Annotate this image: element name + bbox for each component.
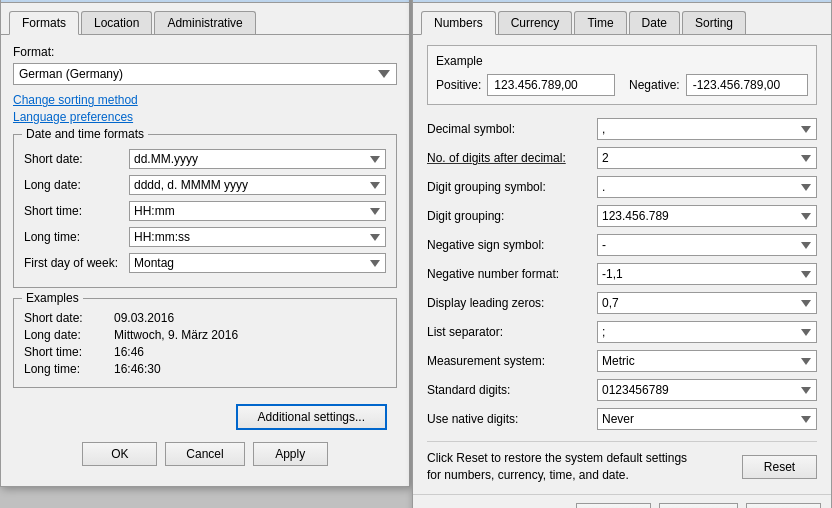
- short-date-row: Short date: dd.MM.yyyy: [24, 149, 386, 169]
- settings-row-10: Use native digits:Never: [427, 407, 817, 431]
- language-preferences-link[interactable]: Language preferences: [13, 110, 397, 124]
- long-time-dropdown[interactable]: HH:mm:ss: [129, 227, 386, 247]
- tab-formats[interactable]: Formats: [9, 11, 79, 35]
- customize-tab-content: Example Positive: 123.456.789,00 Negativ…: [413, 34, 831, 494]
- left-ok-button[interactable]: OK: [82, 442, 157, 466]
- settings-dropdown-9[interactable]: 0123456789: [597, 379, 817, 401]
- settings-row-1: No. of digits after decimal:2: [427, 146, 817, 170]
- short-time-dropdown[interactable]: HH:mm: [129, 201, 386, 221]
- settings-row-9: Standard digits:0123456789: [427, 378, 817, 402]
- settings-row-7: List separator:;: [427, 320, 817, 344]
- region-window: 🌐 Region ✕ Formats Location Administrati…: [0, 0, 410, 487]
- tab-administrative[interactable]: Administrative: [154, 11, 255, 34]
- additional-settings-button[interactable]: Additional settings...: [236, 404, 387, 430]
- settings-row-6: Display leading zeros:0,7: [427, 291, 817, 315]
- ex-short-time: Short time: 16:46: [24, 345, 386, 359]
- format-dropdown[interactable]: German (Germany): [13, 63, 397, 85]
- tab-time[interactable]: Time: [574, 11, 626, 34]
- short-time-row: Short time: HH:mm: [24, 201, 386, 221]
- settings-row-5: Negative number format:-1,1: [427, 262, 817, 286]
- datetime-group: Date and time formats Short date: dd.MM.…: [13, 134, 397, 288]
- examples-title: Examples: [22, 291, 83, 305]
- settings-dropdown-8[interactable]: Metric: [597, 350, 817, 372]
- settings-dropdown-2[interactable]: .: [597, 176, 817, 198]
- settings-row-8: Measurement system:Metric: [427, 349, 817, 373]
- settings-dropdown-10[interactable]: Never: [597, 408, 817, 430]
- settings-label-9: Standard digits:: [427, 383, 597, 397]
- tab-currency[interactable]: Currency: [498, 11, 573, 34]
- long-date-row: Long date: dddd, d. MMMM yyyy: [24, 175, 386, 195]
- ex-short-date-value: 09.03.2016: [114, 311, 174, 325]
- positive-label: Positive:: [436, 78, 481, 92]
- settings-dropdown-0[interactable]: ,: [597, 118, 817, 140]
- settings-label-0: Decimal symbol:: [427, 122, 597, 136]
- left-bottom-buttons: Additional settings...: [13, 396, 397, 438]
- tab-date[interactable]: Date: [629, 11, 680, 34]
- settings-dropdown-5[interactable]: -1,1: [597, 263, 817, 285]
- long-time-label: Long time:: [24, 230, 129, 244]
- ex-short-time-label: Short time:: [24, 345, 114, 359]
- settings-label-7: List separator:: [427, 325, 597, 339]
- settings-label-3: Digit grouping:: [427, 209, 597, 223]
- reset-button[interactable]: Reset: [742, 455, 817, 479]
- settings-row-3: Digit grouping:123.456.789: [427, 204, 817, 228]
- settings-dropdown-6[interactable]: 0,7: [597, 292, 817, 314]
- settings-dropdown-7[interactable]: ;: [597, 321, 817, 343]
- negative-value: -123.456.789,00: [686, 74, 808, 96]
- ex-long-time-value: 16:46:30: [114, 362, 161, 376]
- right-bottom-buttons: OK Cancel Apply: [413, 494, 831, 508]
- tab-location[interactable]: Location: [81, 11, 152, 34]
- region-tab-bar: Formats Location Administrative: [1, 3, 409, 34]
- settings-row-0: Decimal symbol:,: [427, 117, 817, 141]
- example-inner-row: Positive: 123.456.789,00 Negative: -123.…: [436, 74, 808, 96]
- long-time-row: Long time: HH:mm:ss: [24, 227, 386, 247]
- short-date-label: Short date:: [24, 152, 129, 166]
- ex-short-time-value: 16:46: [114, 345, 144, 359]
- settings-row-4: Negative sign symbol:-: [427, 233, 817, 257]
- settings-label-10: Use native digits:: [427, 412, 597, 426]
- footer-text: Click Reset to restore the system defaul…: [427, 450, 697, 484]
- ex-long-date-value: Mittwoch, 9. März 2016: [114, 328, 238, 342]
- ex-long-time: Long time: 16:46:30: [24, 362, 386, 376]
- customize-tab-bar: Numbers Currency Time Date Sorting: [413, 3, 831, 34]
- negative-label: Negative:: [629, 78, 680, 92]
- ex-long-date-label: Long date:: [24, 328, 114, 342]
- settings-label-8: Measurement system:: [427, 354, 597, 368]
- first-day-label: First day of week:: [24, 256, 129, 270]
- format-label: Format:: [13, 45, 397, 59]
- ex-short-date: Short date: 09.03.2016: [24, 311, 386, 325]
- settings-rows: Decimal symbol:,No. of digits after deci…: [427, 117, 817, 431]
- settings-label-2: Digit grouping symbol:: [427, 180, 597, 194]
- settings-dropdown-4[interactable]: -: [597, 234, 817, 256]
- left-apply-button[interactable]: Apply: [253, 442, 328, 466]
- change-sorting-link[interactable]: Change sorting method: [13, 93, 397, 107]
- customize-format-window: 🌐 Customize Format ✕ Numbers Currency Ti…: [412, 0, 832, 508]
- settings-label-5: Negative number format:: [427, 267, 597, 281]
- positive-value: 123.456.789,00: [487, 74, 615, 96]
- right-cancel-button[interactable]: Cancel: [659, 503, 738, 508]
- first-day-row: First day of week: Montag: [24, 253, 386, 273]
- positive-pair: Positive: 123.456.789,00: [436, 74, 615, 96]
- short-date-dropdown[interactable]: dd.MM.yyyy: [129, 149, 386, 169]
- example-outer: Example Positive: 123.456.789,00 Negativ…: [427, 45, 817, 105]
- negative-pair: Negative: -123.456.789,00: [629, 74, 808, 96]
- long-date-dropdown[interactable]: dddd, d. MMMM yyyy: [129, 175, 386, 195]
- ex-short-date-label: Short date:: [24, 311, 114, 325]
- left-cancel-button[interactable]: Cancel: [165, 442, 244, 466]
- examples-box: Examples Short date: 09.03.2016 Long dat…: [13, 298, 397, 388]
- long-date-label: Long date:: [24, 178, 129, 192]
- settings-label-6: Display leading zeros:: [427, 296, 597, 310]
- short-time-label: Short time:: [24, 204, 129, 218]
- first-day-dropdown[interactable]: Montag: [129, 253, 386, 273]
- ex-long-date: Long date: Mittwoch, 9. März 2016: [24, 328, 386, 342]
- settings-label-4: Negative sign symbol:: [427, 238, 597, 252]
- settings-dropdown-1[interactable]: 2: [597, 147, 817, 169]
- ex-long-time-label: Long time:: [24, 362, 114, 376]
- tab-sorting[interactable]: Sorting: [682, 11, 746, 34]
- datetime-group-title: Date and time formats: [22, 127, 148, 141]
- settings-dropdown-3[interactable]: 123.456.789: [597, 205, 817, 227]
- tab-numbers[interactable]: Numbers: [421, 11, 496, 35]
- right-ok-button[interactable]: OK: [576, 503, 651, 508]
- right-apply-button[interactable]: Apply: [746, 503, 821, 508]
- region-tab-content: Format: German (Germany) Change sorting …: [1, 34, 409, 486]
